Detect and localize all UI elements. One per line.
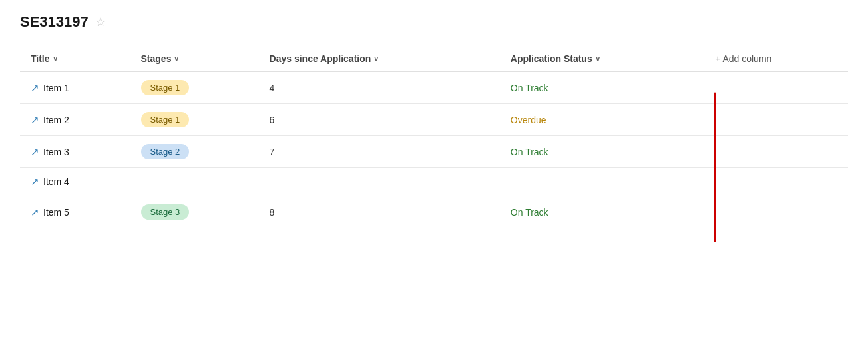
cell-add (704, 71, 848, 104)
cell-add (704, 136, 848, 168)
chevron-down-icon: ∨ (174, 55, 179, 63)
item-icon: ↗ (31, 206, 39, 218)
cell-status: Overdue (500, 104, 704, 136)
stage-badge[interactable]: Stage 1 (141, 80, 190, 95)
page-header: SE313197 ☆ (20, 13, 848, 31)
table-row[interactable]: ↗ Item 4 (20, 168, 848, 196)
col-header-add[interactable]: + Add column (704, 47, 848, 71)
cell-status: On Track (500, 196, 704, 228)
stage-badge[interactable]: Stage 1 (141, 112, 190, 127)
table-row[interactable]: ↗ Item 5 Stage 38On Track (20, 196, 848, 228)
cell-stage: Stage 3 (130, 196, 259, 228)
cell-title: ↗ Item 3 (20, 136, 130, 168)
cell-status: On Track (500, 71, 704, 104)
item-name[interactable]: Item 3 (43, 147, 69, 157)
stage-badge[interactable]: Stage 3 (141, 204, 190, 220)
star-icon[interactable]: ☆ (95, 15, 106, 29)
col-header-status[interactable]: Application Status ∨ (500, 47, 704, 71)
item-icon: ↗ (31, 114, 39, 126)
chevron-down-icon: ∨ (373, 55, 379, 63)
chevron-down-icon: ∨ (595, 55, 600, 63)
cell-title: ↗ Item 2 (20, 104, 130, 136)
cell-status: On Track (500, 136, 704, 168)
item-icon: ↗ (31, 82, 39, 94)
status-value: On Track (511, 83, 548, 93)
cell-stage: Stage 1 (130, 71, 259, 104)
page-title: SE313197 (20, 13, 89, 31)
status-value: On Track (511, 207, 548, 218)
cell-status (500, 168, 704, 196)
cell-days: 4 (259, 71, 500, 104)
item-icon: ↗ (31, 176, 39, 188)
col-header-days[interactable]: Days since Application ∨ (259, 47, 500, 71)
chevron-down-icon: ∨ (53, 55, 58, 63)
item-name[interactable]: Item 2 (43, 115, 69, 125)
item-name[interactable]: Item 4 (43, 176, 69, 187)
cell-days: 7 (259, 136, 500, 168)
table-header-row: Title ∨ Stages ∨ Days since Application … (20, 47, 848, 71)
col-header-title[interactable]: Title ∨ (20, 47, 130, 71)
cell-title: ↗ Item 1 (20, 71, 130, 104)
cell-title: ↗ Item 4 (20, 168, 130, 196)
cell-days: 6 (259, 104, 500, 136)
cell-stage (130, 168, 259, 196)
status-value: Overdue (511, 115, 546, 125)
table-row[interactable]: ↗ Item 2 Stage 16Overdue (20, 104, 848, 136)
cell-stage: Stage 2 (130, 136, 259, 168)
status-value: On Track (511, 147, 548, 157)
cell-add (704, 104, 848, 136)
cell-title: ↗ Item 5 (20, 196, 130, 228)
cell-days: 8 (259, 196, 500, 228)
col-header-stages[interactable]: Stages ∨ (130, 47, 259, 71)
item-name[interactable]: Item 5 (43, 207, 69, 218)
main-table: Title ∨ Stages ∨ Days since Application … (20, 47, 848, 228)
table-row[interactable]: ↗ Item 1 Stage 14On Track (20, 71, 848, 104)
cell-stage: Stage 1 (130, 104, 259, 136)
cell-days (259, 168, 500, 196)
table-row[interactable]: ↗ Item 3 Stage 27On Track (20, 136, 848, 168)
item-icon: ↗ (31, 146, 39, 158)
stage-badge[interactable]: Stage 2 (141, 144, 190, 159)
cell-add (704, 196, 848, 228)
cell-add (704, 168, 848, 196)
table-container: Title ∨ Stages ∨ Days since Application … (20, 47, 848, 228)
item-name[interactable]: Item 1 (43, 83, 69, 93)
